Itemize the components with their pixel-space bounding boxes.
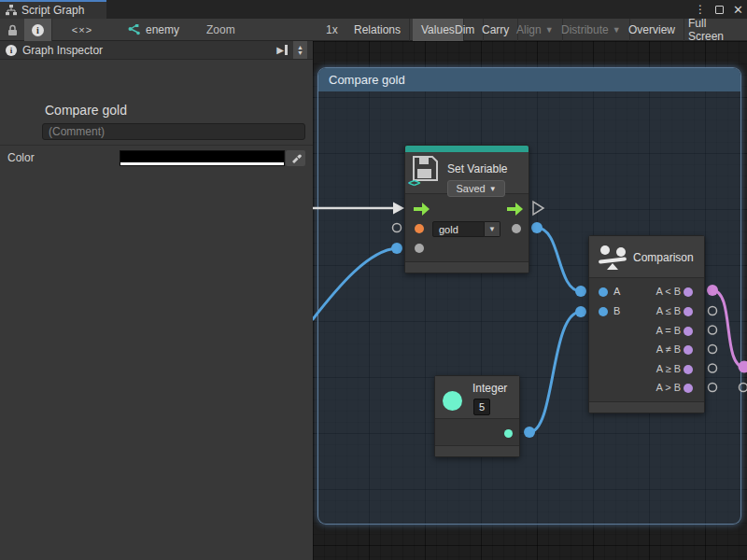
port-setvar-flow-out[interactable] — [533, 202, 543, 215]
integer-literal-icon — [443, 391, 462, 411]
wire-setvar-to-comparison-a[interactable] — [537, 228, 581, 291]
eyedropper-button[interactable] — [286, 150, 305, 166]
port-eq-inner[interactable] — [684, 327, 693, 336]
maximize-icon[interactable] — [715, 6, 724, 14]
integer-value-input[interactable]: 5 — [473, 399, 490, 415]
node-integer[interactable]: Integer 5 — [434, 375, 520, 457]
output-eq-label: A = B — [655, 325, 681, 336]
integer-value: 5 — [479, 401, 485, 413]
comment-input[interactable] — [42, 123, 305, 140]
graph-title: Compare gold — [45, 103, 127, 118]
flow-arrowhead — [393, 203, 404, 215]
graph-canvas[interactable]: Compare gold — [313, 41, 747, 560]
port-setvar-value-out[interactable] — [531, 222, 543, 233]
output-gt-label: A > B — [655, 382, 681, 393]
port-offscreen-node-in[interactable] — [739, 361, 747, 373]
overview-button[interactable]: Overview — [620, 19, 684, 41]
output-lte-label: A ≤ B — [656, 305, 681, 316]
port-comparison-b-in[interactable] — [575, 306, 586, 317]
node-header[interactable]: Comparison — [589, 236, 704, 278]
close-icon[interactable]: ✕ — [733, 4, 743, 16]
node-comparison[interactable]: Comparison A A < B B A ≤ B A = B A ≠ B A… — [588, 235, 705, 413]
node-set-variable[interactable]: <> Set Variable Saved ▼ gold ▼ — [404, 145, 529, 273]
node-footer — [589, 401, 704, 413]
lock-icon — [7, 24, 18, 36]
expand-panel-icon[interactable]: ▶ — [276, 45, 288, 55]
node-footer — [435, 445, 519, 456]
node-header[interactable]: Integer 5 — [435, 376, 519, 419]
carry-label: Carry — [482, 23, 509, 36]
variable-name-dropdown-button[interactable]: ▼ — [485, 221, 500, 237]
port-gt-inner[interactable] — [684, 384, 693, 393]
relations-button[interactable]: Relations — [345, 19, 410, 41]
port-value-out-inner[interactable] — [512, 224, 521, 233]
port-offscreen-node-in-2[interactable] — [740, 384, 747, 392]
port-b-inner[interactable] — [599, 307, 608, 316]
window-controls: ⋮ ✕ — [695, 0, 743, 19]
tab-label: Script Graph — [21, 4, 84, 17]
inspector-toggle-button[interactable]: i — [24, 19, 52, 41]
comparison-row-b: B A ≤ B — [589, 302, 704, 321]
output-lt-label: A < B — [655, 286, 681, 297]
wire-value-in-setvar[interactable] — [313, 248, 397, 319]
expand-bar — [285, 45, 288, 55]
distribute-dropdown[interactable]: Distribute ▼ — [553, 19, 630, 41]
port-comparison-lt-out[interactable] — [707, 285, 718, 296]
window-menu-icon[interactable]: ⋮ — [695, 4, 706, 15]
comparison-row-eq: A = B — [589, 322, 704, 341]
port-comparison-gte-out[interactable] — [709, 364, 717, 372]
port-comparison-eq-out[interactable] — [709, 326, 717, 334]
comparison-row-neq: A ≠ B — [589, 341, 704, 359]
color-field-label: Color — [7, 151, 35, 164]
info-icon: i — [6, 45, 17, 56]
align-label: Align — [516, 23, 542, 36]
graph-inspector-panel: i Graph Inspector ▶ ▲▼ Compare gold Colo… — [0, 41, 313, 560]
flow-out-arrow-icon[interactable] — [507, 203, 523, 216]
spin-down-icon[interactable]: ▼ — [297, 50, 303, 56]
graph-breadcrumb[interactable]: enemy — [127, 19, 179, 41]
lock-button[interactable] — [0, 19, 24, 41]
node-header[interactable]: <> Set Variable Saved ▼ — [405, 152, 529, 194]
port-setvar-fallback-in[interactable] — [391, 243, 402, 254]
wire-comparison-lt-out[interactable] — [712, 290, 744, 367]
port-comparison-gt-out[interactable] — [709, 384, 717, 392]
full-screen-button[interactable]: Full Screen — [680, 19, 747, 41]
port-lte-inner[interactable] — [684, 307, 693, 316]
port-value-in-inner[interactable] — [415, 244, 424, 253]
variable-name-dropdown[interactable]: gold — [432, 221, 485, 237]
port-comparison-neq-out[interactable] — [709, 345, 717, 354]
comparison-scale-icon — [598, 244, 627, 272]
color-swatch[interactable] — [120, 150, 285, 166]
code-preview-button[interactable]: <×> — [58, 19, 106, 41]
tab-script-graph[interactable]: Script Graph — [0, 0, 106, 19]
dim-label: Dim — [455, 23, 474, 36]
port-setvar-value-in-unconnected[interactable] — [393, 224, 402, 232]
variable-kind-dropdown[interactable]: Saved ▼ — [447, 180, 505, 197]
graph-toolbar: i <×> enemy Zoom 1x Relations Values Dim… — [0, 19, 747, 41]
inspector-title: Graph Inspector — [22, 44, 271, 57]
code-icon: <×> — [72, 24, 92, 35]
port-integer-out[interactable] — [524, 427, 535, 438]
comparison-row-gte: A ≥ B — [589, 360, 704, 379]
window-tab-bar: Script Graph ⋮ ✕ — [0, 0, 747, 19]
comparison-row-a: A A < B — [589, 283, 704, 301]
port-neq-inner[interactable] — [684, 345, 693, 355]
node-title: Set Variable — [447, 162, 507, 175]
node-footer — [405, 261, 529, 273]
port-lt-inner[interactable] — [684, 287, 693, 297]
panel-spinner-buttons[interactable]: ▲▼ — [293, 41, 307, 59]
port-variable-name[interactable] — [415, 224, 424, 233]
script-graph-asset-icon — [127, 24, 140, 35]
port-a-inner[interactable] — [599, 287, 608, 297]
flow-in-arrow-icon[interactable] — [414, 203, 430, 216]
output-neq-label: A ≠ B — [656, 343, 681, 355]
zoom-label: Zoom — [206, 19, 235, 41]
wire-integer-to-comparison-b[interactable] — [529, 312, 581, 432]
code-brackets-icon: <> — [408, 176, 419, 189]
port-comparison-lte-out[interactable] — [709, 307, 717, 315]
dropdown-caret-icon: ▼ — [488, 225, 496, 233]
port-gte-inner[interactable] — [684, 365, 693, 374]
inspector-header: i Graph Inspector ▶ ▲▼ — [0, 41, 313, 60]
port-comparison-a-in[interactable] — [575, 286, 586, 297]
port-integer-out-inner[interactable] — [504, 429, 513, 438]
